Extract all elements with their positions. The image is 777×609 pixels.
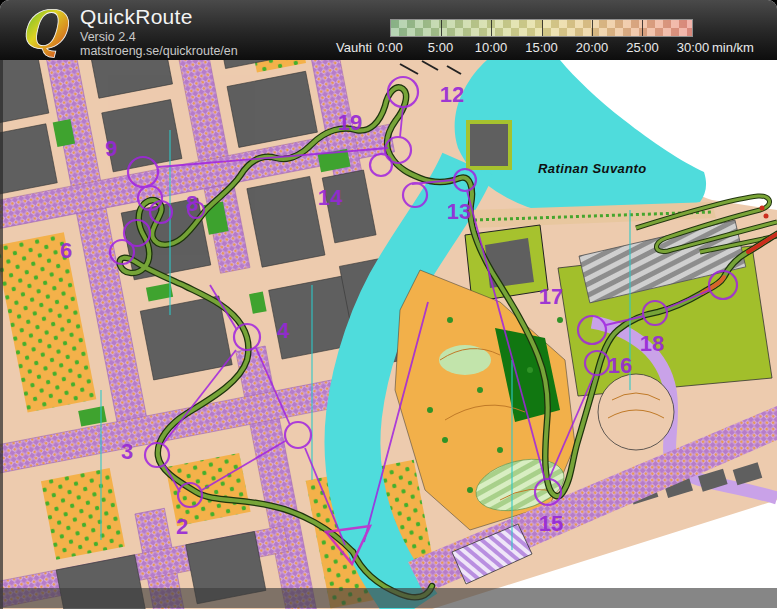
control-number: 3 (121, 441, 133, 463)
legend-bar-tick (642, 20, 643, 36)
control-number: 14 (318, 187, 342, 209)
header-bar: Q QuickRoute Versio 2.4 matstroeng.se/qu… (0, 0, 777, 60)
app-version: Versio 2.4 (80, 30, 136, 44)
stage-building (485, 238, 534, 288)
control-number: 16 (608, 355, 632, 377)
control-number: 17 (539, 286, 563, 308)
control-number: 9 (105, 138, 117, 160)
shore-building (468, 122, 510, 168)
legend-bar-tick (592, 20, 593, 36)
plaza (598, 374, 674, 450)
control-number: 6 (60, 240, 72, 262)
app-website: matstroeng.se/quickroute/en (80, 44, 238, 58)
bottom-shade (0, 588, 777, 608)
legend-tick-label: 25:00 (626, 40, 659, 55)
legend-tick-label: 5:00 (428, 40, 453, 55)
control-number: 15 (539, 513, 563, 535)
svg-text:Q: Q (20, 1, 71, 59)
legend-unit: min/km (712, 40, 754, 55)
legend-bar-tick (441, 20, 442, 36)
control-number: 12 (440, 84, 464, 106)
map-left-edge (0, 60, 3, 609)
pace-gradient-bar (390, 19, 693, 37)
legend-tick-labels: 0:005:0010:0015:0020:0025:0030:00 (390, 40, 693, 56)
legend-bar-tick (491, 20, 492, 36)
control-number: 19 (338, 112, 362, 134)
app-title: QuickRoute (80, 5, 193, 29)
water-label: Ratinan Suvanto (538, 161, 647, 176)
control-number: 13 (447, 201, 471, 223)
quickroute-logo-icon: Q (14, 1, 72, 59)
legend-bar-tick (542, 20, 543, 36)
app-logo: Q (14, 1, 72, 59)
control-number: 2 (176, 516, 188, 538)
legend-tick-label: 30:00 (677, 40, 710, 55)
legend-tick-label: 10:00 (475, 40, 508, 55)
control-number: 18 (640, 333, 664, 355)
legend-tick-label: 0:00 (377, 40, 402, 55)
control-number: 4 (277, 320, 289, 342)
legend-tick-label: 20:00 (576, 40, 609, 55)
legend-tick-label: 15:00 (525, 40, 558, 55)
control-number: 8 (186, 193, 198, 215)
quickroute-window: Q QuickRoute Versio 2.4 matstroeng.se/qu… (0, 0, 777, 609)
legend-label: Vauhti (336, 40, 372, 55)
